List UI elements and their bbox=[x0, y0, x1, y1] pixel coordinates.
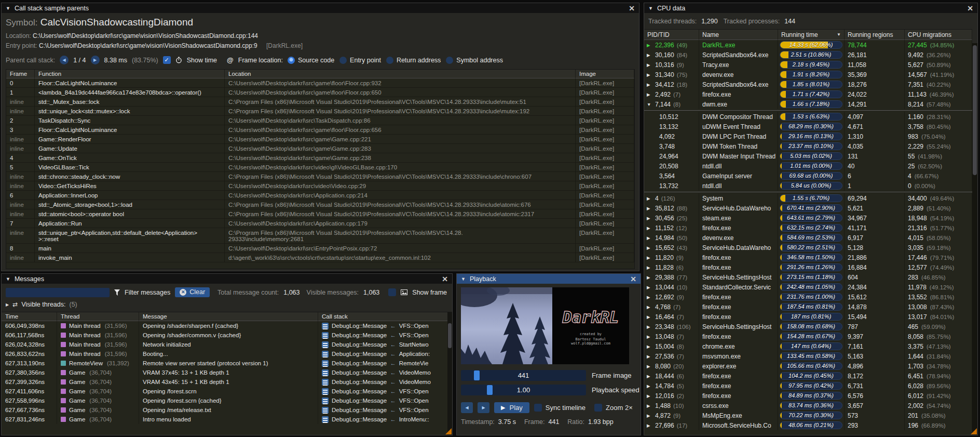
cpu-process-row[interactable]: 3,748 DWM Token Thread 23.37 ms (0.10%) … bbox=[644, 141, 972, 151]
callstack-icon[interactable] bbox=[322, 416, 329, 423]
function-name[interactable]: Video::GetTicksHiRes bbox=[35, 181, 225, 191]
callstack-table-row[interactable]: 3 Floor::CalcLightNoLuminance C:\Users\w… bbox=[6, 125, 634, 135]
callstack-table-row[interactable]: inline std::_Mutex_base::lock C:\Program… bbox=[6, 97, 634, 107]
source-location[interactable]: C:\Program Files (x86)\Microsoft Visual … bbox=[225, 107, 576, 116]
source-location[interactable]: C:\Program Files (x86)\Microsoft Visual … bbox=[225, 97, 576, 107]
resize-grip[interactable] bbox=[445, 428, 452, 434]
message-row[interactable]: 627,831,246ns Game (36,704) Intro menu l… bbox=[2, 415, 452, 424]
resize-grip[interactable] bbox=[971, 428, 977, 434]
expand-icon[interactable]: ▶ bbox=[647, 334, 652, 339]
radio-icon[interactable] bbox=[446, 57, 453, 64]
callstack-table-row[interactable]: 4 Game::OnTick C:\Users\wolf\Desktop\dar… bbox=[6, 153, 634, 163]
play-button[interactable]: ▶ Play bbox=[494, 402, 529, 413]
expand-icon[interactable]: ▶ bbox=[647, 82, 652, 87]
source-location[interactable]: C:\Program Files (x86)\Microsoft Visual … bbox=[225, 228, 576, 244]
cpu-process-row[interactable]: ▶ 1,488 (10) csrss.exe 83.74 ms (0.36%) … bbox=[644, 401, 972, 410]
expand-icon[interactable]: ▶ bbox=[647, 285, 652, 290]
sync-timeline-checkbox[interactable] bbox=[534, 404, 542, 412]
prev-callstack-button[interactable]: ◀ bbox=[60, 56, 69, 64]
playback-speed-slider[interactable]: 1.00 bbox=[461, 385, 586, 395]
collapse-icon[interactable]: ▼ bbox=[461, 276, 466, 282]
cpu-process-row[interactable]: ▶ 4 (126) System 1.55 s (6.70%) 69,294 3… bbox=[644, 193, 972, 203]
show-time-checkbox[interactable]: ✓ bbox=[163, 56, 171, 64]
expand-icon[interactable]: ▶ bbox=[647, 265, 652, 270]
cpu-process-row[interactable]: ▶ 14,984 (50) devenv.exe 584.69 ms (2.53… bbox=[644, 233, 972, 243]
cpu-process-row[interactable]: ▶ 35,812 (88) ServiceHub.DataWareho 670.… bbox=[644, 203, 972, 213]
close-icon[interactable]: ✕ bbox=[442, 275, 448, 283]
cpu-process-row[interactable]: ▶ 11,820 (9) firefox.exe 346.58 ms (1.50… bbox=[644, 253, 972, 262]
function-name[interactable]: Floor::CalcLightNoLuminance bbox=[35, 125, 225, 135]
callstack-table-row[interactable]: inline Game::RenderFloor C:\Users\wolf\D… bbox=[6, 135, 634, 144]
message-row[interactable]: 606,049,398ns Main thread (31,596) Openi… bbox=[2, 321, 452, 330]
cpu-scrollbar-thumb[interactable] bbox=[973, 45, 977, 175]
messages-titlebar[interactable]: ▼ Messages ✕ bbox=[2, 274, 452, 284]
expand-icon[interactable]: ▶ bbox=[647, 295, 652, 300]
col-frame[interactable]: Frame bbox=[6, 70, 35, 78]
function-name[interactable]: Game::OnTick bbox=[35, 153, 225, 163]
cpu-process-row[interactable]: 20,508 ntdll.dll 1.01 ms (0.00%) 40 25 (… bbox=[644, 161, 972, 171]
source-location[interactable]: C:\Users\wolf\Desktop\darkrl\src\game\Ga… bbox=[225, 144, 576, 153]
function-name[interactable]: invoke_main bbox=[35, 253, 225, 262]
cpu-process-row[interactable]: ▶ 30,456 (25) steam.exe 643.61 ms (2.79%… bbox=[644, 213, 972, 223]
cpu-col-running-time[interactable]: Running time▼ bbox=[778, 30, 845, 40]
collapse-icon[interactable]: ▼ bbox=[648, 6, 653, 11]
callstack-icon[interactable] bbox=[322, 332, 329, 339]
cpu-process-row[interactable]: ▶ 11,152 (12) firefox.exe 632.15 ms (2.7… bbox=[644, 223, 972, 233]
source-location[interactable]: C:\Users\wolf\Desktop\darkrl\src\video\g… bbox=[225, 163, 576, 172]
location-path[interactable]: C:\Users\wolf\Desktop\darkrl\src\game\vi… bbox=[33, 32, 258, 39]
col-message[interactable]: Message bbox=[139, 312, 318, 321]
collapse-icon[interactable]: ▼ bbox=[6, 276, 10, 282]
cpu-process-row[interactable]: ▶ 27,536 (7) msvsmon.exe 133.45 ms (0.58… bbox=[644, 351, 972, 361]
col-location[interactable]: Location bbox=[225, 70, 576, 78]
function-name[interactable]: Game::RenderFloor bbox=[35, 135, 225, 144]
source-location[interactable]: C:\Users\wolf\Desktop\darkrl\src\TaskDis… bbox=[225, 116, 576, 125]
source-location[interactable]: C:\Users\wolf\Desktop\darkrl\src\Applica… bbox=[225, 219, 576, 228]
cpu-process-row[interactable]: 13,132 uDWM Event Thread 68.29 ms (0.30%… bbox=[644, 122, 972, 131]
cpu-process-row[interactable]: ▶ 22,396 (49) DarkRL.exe 14.33 s (62.06%… bbox=[644, 40, 972, 50]
zoom-2x-checkbox[interactable] bbox=[594, 404, 602, 412]
cpu-process-row[interactable]: ▶ 14,784 (5) firefox.exe 97.95 ms (0.42%… bbox=[644, 381, 972, 391]
callstack-table-row[interactable]: inline Game::Update C:\Users\wolf\Deskto… bbox=[6, 144, 634, 153]
message-callstack[interactable]: DebugLog::Message ← StartNetwo bbox=[318, 340, 452, 349]
expand-icon[interactable]: ▶ bbox=[6, 302, 9, 307]
frame-location-radio[interactable]: Return address bbox=[386, 57, 441, 64]
callstack-icon[interactable] bbox=[322, 360, 329, 367]
messages-scrollbar-thumb[interactable] bbox=[448, 323, 452, 348]
step-back-button[interactable]: ◀ bbox=[461, 402, 473, 413]
source-location[interactable]: C:\Users\wolf\Desktop\darkrl\src\Applica… bbox=[225, 191, 576, 200]
message-row[interactable]: 627,399,326ns Game (36,704) VRAM 43x45: … bbox=[2, 377, 452, 387]
source-location[interactable]: C:\Program Files (x86)\Microsoft Visual … bbox=[225, 200, 576, 209]
col-callstack[interactable]: Call stack bbox=[318, 312, 452, 321]
sync-timeline-option[interactable]: Sync timeline bbox=[534, 404, 586, 412]
frame-image-slider[interactable]: 441 bbox=[461, 370, 586, 381]
show-frame-checkbox[interactable] bbox=[388, 288, 396, 296]
expand-icon[interactable]: ▼ bbox=[647, 102, 652, 107]
frame-location-radio[interactable]: Entry point bbox=[339, 57, 381, 64]
function-name[interactable]: Game::Update bbox=[35, 144, 225, 153]
expand-icon[interactable]: ▶ bbox=[647, 62, 652, 68]
function-name[interactable]: VideoGLBase::Tick bbox=[35, 163, 225, 172]
cpu-process-row[interactable]: 13,732 ntdll.dll 5.84 us (0.00%) 1 0 (0.… bbox=[644, 181, 972, 191]
expand-icon[interactable]: ▶ bbox=[647, 314, 652, 320]
function-name[interactable]: Floor::CalcLightNoLuminance bbox=[35, 78, 225, 88]
playback-titlebar[interactable]: ▼ Playback ✕ bbox=[457, 274, 641, 284]
function-name[interactable]: Application::InnerLoop bbox=[35, 191, 225, 200]
message-row[interactable]: 606,117,568ns Main thread (31,596) Openi… bbox=[2, 330, 452, 340]
message-row[interactable]: 627,667,736ns Game (36,704) Opening /met… bbox=[2, 405, 452, 415]
radio-icon[interactable] bbox=[386, 57, 393, 64]
expand-icon[interactable]: ▶ bbox=[647, 275, 652, 280]
expand-icon[interactable]: ▶ bbox=[647, 324, 652, 329]
col-image[interactable]: Image bbox=[576, 70, 634, 78]
message-callstack[interactable]: DebugLog::Message ← VFS::Open bbox=[318, 405, 452, 415]
expand-icon[interactable]: ▶ bbox=[647, 72, 652, 77]
message-callstack[interactable]: DebugLog::Message ← RemoteVie bbox=[318, 359, 452, 368]
callstack-table-row[interactable]: 2 TaskDispatch::Sync C:\Users\wolf\Deskt… bbox=[6, 116, 634, 125]
radio-icon[interactable] bbox=[339, 57, 347, 64]
source-location[interactable]: C:\Users\wolf\Desktop\darkrl\src\game\Ga… bbox=[225, 135, 576, 144]
cpu-process-row[interactable]: ▼ 7,144 (8) dwm.exe 1.66 s (7.18%) 14,29… bbox=[644, 99, 972, 109]
entry-path[interactable]: C:\Users\wolf\Desktop\darkrl\src\game\vi… bbox=[39, 42, 257, 49]
collapse-icon[interactable]: ▼ bbox=[6, 6, 10, 11]
source-location[interactable]: d:\agent\_work\63\s\src\vctools\crt\vcst… bbox=[225, 253, 576, 262]
source-location[interactable]: C:\Users\wolf\Desktop\darkrl\src\video\V… bbox=[225, 181, 576, 191]
expand-icon[interactable]: ▶ bbox=[647, 383, 652, 389]
